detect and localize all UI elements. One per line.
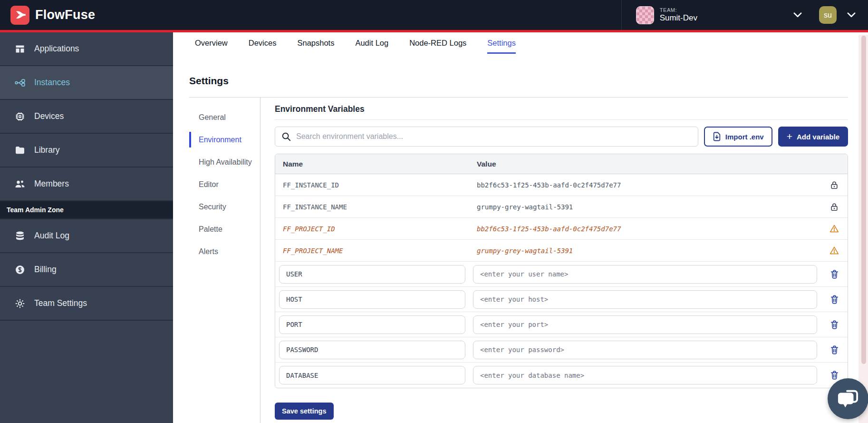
table-row-editable <box>275 363 848 388</box>
save-settings-button[interactable]: Save settings <box>275 403 334 420</box>
settings-content: Settings General Environment High Availa… <box>173 54 868 423</box>
import-env-button[interactable]: Import .env <box>704 127 772 147</box>
subnav-environment[interactable]: Environment <box>189 128 260 151</box>
trash-icon[interactable] <box>830 295 839 305</box>
env-value-input[interactable] <box>473 315 817 334</box>
env-value: bb2f6c53-1f25-453b-aafd-0c2f475d7e77 <box>469 181 821 189</box>
flowfuse-app: FlowFuse TEAM: Sumit-Dev su Applica <box>0 0 868 423</box>
env-name: FF_PROJECT_NAME <box>275 247 469 255</box>
search-icon <box>281 132 291 141</box>
trash-icon[interactable] <box>830 320 839 330</box>
page-title: Settings <box>189 75 848 87</box>
chat-widget-button[interactable] <box>828 378 868 419</box>
add-variable-button[interactable]: + Add variable <box>778 127 848 147</box>
env-value-input[interactable] <box>473 265 817 284</box>
subnav-general[interactable]: General <box>189 106 260 128</box>
instances-icon <box>14 77 26 89</box>
table-row: FF_INSTANCE_ID bb2f6c53-1f25-453b-aafd-0… <box>275 174 848 196</box>
search-input[interactable] <box>296 132 692 141</box>
sidebar-item-label: Instances <box>34 78 70 88</box>
subnav-palette[interactable]: Palette <box>189 218 260 240</box>
team-avatar <box>636 6 654 24</box>
team-label: TEAM: <box>660 7 697 13</box>
sidebar-item-billing[interactable]: Billing <box>0 253 173 287</box>
subnav-editor[interactable]: Editor <box>189 173 260 196</box>
env-value-input[interactable] <box>473 341 817 359</box>
table-row-editable <box>275 312 848 337</box>
folder-icon <box>14 145 26 156</box>
env-name-input[interactable] <box>279 315 465 334</box>
chevron-down-icon <box>793 12 802 18</box>
team-name: Sumit-Dev <box>660 13 697 23</box>
env-toolbar: Import .env + Add variable <box>275 127 848 147</box>
env-value-input[interactable] <box>473 290 817 309</box>
tab-settings[interactable]: Settings <box>487 32 516 54</box>
scrollbar-thumb[interactable] <box>861 36 866 364</box>
sidebar: Applications Instances Devices Library M… <box>0 32 173 423</box>
env-name-input[interactable] <box>279 366 465 384</box>
gear-icon <box>14 298 26 309</box>
table-header: Name Value <box>275 154 848 174</box>
chevron-down-icon <box>847 12 856 18</box>
header-right: TEAM: Sumit-Dev su <box>621 0 868 30</box>
table-row-deprecated: FF_PROJECT_ID bb2f6c53-1f25-453b-aafd-0c… <box>275 218 848 240</box>
tab-audit-log[interactable]: Audit Log <box>355 32 388 54</box>
sidebar-item-team-settings[interactable]: Team Settings <box>0 287 173 321</box>
user-avatar: su <box>819 6 837 24</box>
sidebar-item-audit-log[interactable]: Audit Log <box>0 219 173 253</box>
page-scrollbar[interactable] <box>858 35 868 423</box>
column-header-value: Value <box>469 160 821 168</box>
database-icon <box>14 230 26 242</box>
panel-heading: Environment Variables <box>275 104 848 120</box>
main-area: Overview Devices Snapshots Audit Log Nod… <box>173 32 868 423</box>
sidebar-item-instances[interactable]: Instances <box>0 66 173 100</box>
import-env-label: Import .env <box>725 133 764 141</box>
trash-icon[interactable] <box>830 370 839 380</box>
tab-overview[interactable]: Overview <box>195 32 228 54</box>
sidebar-item-label: Audit Log <box>34 231 69 241</box>
lock-icon <box>830 180 839 190</box>
user-menu[interactable]: su <box>814 6 868 24</box>
dollar-icon <box>14 264 26 275</box>
sidebar-item-devices[interactable]: Devices <box>0 100 173 134</box>
members-icon <box>14 178 26 190</box>
import-file-icon <box>713 132 721 141</box>
plus-icon: + <box>787 131 792 141</box>
trash-icon[interactable] <box>830 269 839 279</box>
team-admin-zone-label: Team Admin Zone <box>0 201 173 219</box>
trash-icon[interactable] <box>830 345 839 355</box>
applications-icon <box>14 43 26 55</box>
subnav-security[interactable]: Security <box>189 196 260 218</box>
table-row-deprecated: FF_PROJECT_NAME grumpy-grey-wagtail-5391 <box>275 240 848 262</box>
tab-node-red-logs[interactable]: Node-RED Logs <box>409 32 466 54</box>
sidebar-item-label: Team Settings <box>34 298 87 308</box>
device-chip-icon <box>14 111 26 122</box>
sidebar-item-library[interactable]: Library <box>0 134 173 167</box>
instance-tabbar: Overview Devices Snapshots Audit Log Nod… <box>173 32 868 54</box>
add-variable-label: Add variable <box>797 133 839 141</box>
env-name-input[interactable] <box>279 341 465 359</box>
chat-bubbles-icon <box>837 388 859 409</box>
warning-icon <box>829 224 839 233</box>
sidebar-item-label: Applications <box>34 44 79 54</box>
brand[interactable]: FlowFuse <box>0 6 95 25</box>
env-variables-table: Name Value FF_INSTANCE_ID bb2f6c53-1f25-… <box>275 154 848 388</box>
env-name-input[interactable] <box>279 265 465 284</box>
settings-subnav: General Environment High Availability Ed… <box>189 98 260 423</box>
env-name: FF_PROJECT_ID <box>275 225 469 233</box>
env-value: grumpy-grey-wagtail-5391 <box>469 203 821 211</box>
subnav-high-availability[interactable]: High Availability <box>189 151 260 173</box>
team-selector[interactable]: TEAM: Sumit-Dev <box>622 0 814 30</box>
sidebar-item-label: Library <box>34 145 60 155</box>
sidebar-item-members[interactable]: Members <box>0 167 173 201</box>
env-value-input[interactable] <box>473 366 817 384</box>
env-name-input[interactable] <box>279 290 465 309</box>
top-header: FlowFuse TEAM: Sumit-Dev su <box>0 0 868 32</box>
sidebar-item-applications[interactable]: Applications <box>0 32 173 66</box>
environment-panel: Environment Variables Import .env <box>260 98 848 423</box>
warning-icon <box>829 246 839 255</box>
tab-snapshots[interactable]: Snapshots <box>297 32 334 54</box>
tab-devices[interactable]: Devices <box>249 32 277 54</box>
env-value: bb2f6c53-1f25-453b-aafd-0c2f475d7e77 <box>469 225 821 233</box>
subnav-alerts[interactable]: Alerts <box>189 240 260 263</box>
